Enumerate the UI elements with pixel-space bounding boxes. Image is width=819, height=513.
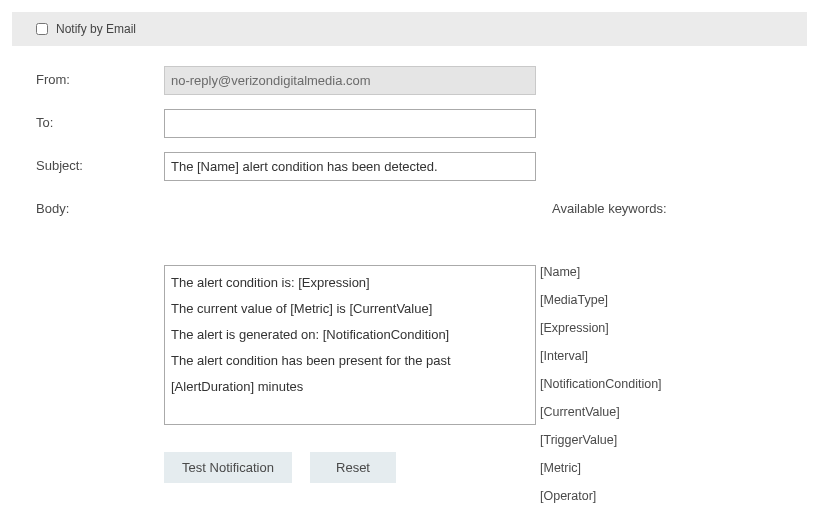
from-input (164, 66, 536, 95)
keyword-item: [NotificationCondition] (540, 377, 662, 391)
button-row: Test Notification Reset (164, 452, 536, 483)
notify-by-email-checkbox[interactable] (36, 23, 48, 35)
keyword-item: [Name] (540, 265, 662, 279)
from-field-wrap (164, 66, 536, 95)
to-label: To: (36, 109, 164, 138)
available-keywords-title: Available keywords: (552, 195, 667, 216)
keyword-item: [Metric] (540, 461, 662, 475)
subject-field-wrap (164, 152, 536, 181)
from-label: From: (36, 66, 164, 95)
to-input[interactable] (164, 109, 536, 138)
keywords-panel: Available keywords: [Name] [MediaType] [… (536, 195, 807, 428)
reset-button[interactable]: Reset (310, 452, 396, 483)
subject-label: Subject: (36, 152, 164, 181)
keyword-item: [CurrentValue] (540, 405, 662, 419)
keywords-list: [Name] [MediaType] [Expression] [Interva… (540, 265, 662, 503)
subject-input[interactable] (164, 152, 536, 181)
body-label: Body: (36, 195, 164, 428)
notify-by-email-label[interactable]: Notify by Email (56, 22, 136, 36)
notify-header: Notify by Email (12, 12, 807, 46)
keyword-item: [Operator] (540, 489, 662, 503)
keyword-item: [Expression] (540, 321, 662, 335)
keyword-item: [Interval] (540, 349, 662, 363)
test-notification-button[interactable]: Test Notification (164, 452, 292, 483)
to-field-wrap (164, 109, 536, 138)
keyword-item: [TriggerValue] (540, 433, 662, 447)
email-form: From: To: Subject: Body: Available keywo… (0, 46, 819, 503)
body-textarea[interactable] (164, 265, 536, 425)
body-field-wrap (164, 195, 536, 428)
keyword-item: [MediaType] (540, 293, 662, 307)
